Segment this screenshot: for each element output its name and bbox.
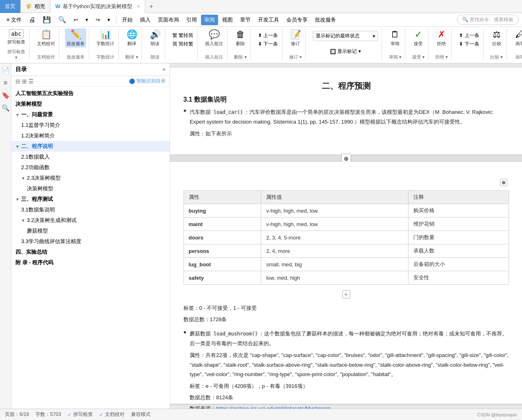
sidebar-item-2-1[interactable]: 2.1数据载入 (11, 152, 170, 162)
fan-to-jian-button[interactable]: 繁 繁转简 (171, 32, 195, 39)
attr-lugboot: lug_boot (183, 258, 261, 271)
sidebar-item-report[interactable]: 人工智能第五次实验报告 (11, 88, 170, 99)
menu-ref[interactable]: 引用 (183, 15, 200, 25)
jian-to-fan-button[interactable]: 简 简转繁 (171, 40, 195, 48)
doc-nav-icon[interactable]: 📄 (0, 65, 11, 76)
tab-home[interactable]: 首页 (0, 0, 21, 13)
wordcount-button[interactable]: 📊 字数统计 (95, 28, 116, 48)
menu-file[interactable]: ≡ 文件 (3, 15, 25, 25)
toc-item-label: 3.3学习曲线评估算法精度 (21, 238, 81, 245)
bookmark-nav-icon[interactable]: 🔖 (0, 90, 11, 101)
delete-button[interactable]: 🗑 删除 (233, 28, 248, 48)
mushroom-link[interactable]: https://archive.ics.uci.edu/ml/datasets/… (216, 405, 330, 409)
tab-wps[interactable]: 🌾 稻壳 (21, 0, 50, 13)
main-layout: 📄 ≡ 🔖 🔍 目录 × ⊟ ⊞ ☰ 🔵 智能识别目录 人工智 (0, 63, 522, 409)
sidebar-item-2-3[interactable]: ▼ 2.3决策树模型 (11, 173, 170, 183)
menu-redo[interactable]: ↪ (92, 15, 103, 24)
toc-item-label: 1.1监督学习简介 (21, 122, 60, 129)
chevron-down-icon: ▼ (15, 144, 20, 149)
ink-button[interactable]: 🖊 画笔 (513, 28, 522, 48)
sidebar-item-decision-tree[interactable]: 决策树模型 (11, 99, 170, 109)
doccheck-icon: 📋 (41, 29, 52, 40)
status-doccheck[interactable]: ✓ 文档校对 (99, 411, 124, 418)
translate-button[interactable]: 🌐 翻译 (124, 28, 139, 48)
wordcount-label: 字数：5703 (35, 411, 61, 418)
compare-icon: ⚖ (493, 29, 501, 40)
track-changes-button[interactable]: 📝 修订 (288, 28, 303, 48)
note-buying: 购买价格 (408, 204, 509, 218)
expand-all-button[interactable]: ⊞ (22, 78, 27, 85)
jianfan-icon: 简 (173, 41, 177, 48)
doccheck-status-label: 文档校对 (105, 411, 124, 418)
sidebar-controls: × (162, 66, 166, 73)
smart-toc-button[interactable]: 🔵 智能识别目录 (129, 78, 166, 85)
prev-comment-button[interactable]: ⬆ 上一条 (256, 32, 280, 39)
menu-insert[interactable]: 插入 (137, 15, 154, 25)
toc-item-label: 蘑菇模型 (27, 227, 48, 235)
menu-save[interactable]: 💾 (39, 14, 54, 25)
menu-redo-arrow[interactable]: ▾ (104, 15, 114, 24)
add-row-button[interactable]: + (342, 290, 350, 298)
menu-devtools[interactable]: 开发工具 (255, 15, 282, 25)
close-tab-icon[interactable]: × (137, 3, 140, 9)
sidebar-close-button[interactable]: × (162, 66, 166, 73)
menu-chapter[interactable]: 章节 (237, 15, 254, 25)
list-view-button[interactable]: ☰ (28, 78, 34, 85)
sidebar-item-3-2-1[interactable]: 蘑菇模型 (11, 226, 170, 236)
values-buying: v-high, high, med, low (261, 204, 408, 218)
next-change-button[interactable]: ⬇ 下一条 (457, 40, 481, 48)
sidebar-item-3-3[interactable]: 3.3学习曲线评估算法精度 (11, 236, 170, 247)
sidebar-title: 目录 (15, 66, 27, 73)
values-safety: low, med, high (261, 271, 408, 285)
sidebar-item-1-2[interactable]: 1.2决策树简介 (11, 131, 170, 141)
add-tab-button[interactable]: + (145, 3, 157, 10)
ribbon-group-ink: 🖊 画笔 画笔 (510, 28, 522, 60)
review-panel-button[interactable]: 🗒 审阅 (388, 28, 402, 48)
menu-view[interactable]: 视图 (219, 15, 236, 25)
menu-scan[interactable]: 🔍 (55, 14, 70, 25)
reject-button[interactable]: ✗ 拒绝 (434, 28, 449, 48)
sidebar-item-section3[interactable]: ▼ 三、程序测试 (11, 194, 170, 205)
table-handle-icon[interactable]: ⊕ (500, 179, 507, 186)
sidebar-item-3-2[interactable]: ▼ 3.2决策树生成和测试 (11, 215, 170, 226)
doccheck-status-icon: ✓ (99, 412, 103, 418)
compare-button[interactable]: ⚖ 比较 (489, 28, 504, 48)
batchreview-button[interactable]: ✏️ 批改服务 (65, 28, 86, 48)
sidebar-item-1-1[interactable]: 1.1监督学习简介 (11, 120, 170, 131)
sidebar-item-section4[interactable]: 四、实验总结 (11, 247, 170, 257)
sidebar-item-section2[interactable]: ▼ 二、程序说明 (11, 141, 170, 152)
display-status-dropdown[interactable]: 显示标记的最终状态 ▾ (313, 31, 378, 41)
prev-change-button[interactable]: ⬆ 上一条 (457, 32, 481, 39)
read-button[interactable]: 🔊 朗读 (148, 28, 162, 48)
menu-member[interactable]: 会员专享 (283, 15, 311, 25)
collapse-all-button[interactable]: ⊟ (15, 78, 20, 85)
menu-start[interactable]: 开始 (119, 15, 136, 25)
spellcheck-button[interactable]: abc 拼写检查 (6, 28, 27, 46)
sidebar-item-appendix[interactable]: 附 录 - 程序代码 (11, 257, 170, 268)
menu-layout[interactable]: 页面布局 (155, 15, 182, 25)
page-nav-icon[interactable]: ≡ (2, 78, 9, 88)
sidebar-item-3-1[interactable]: 3.1数据集说明 (11, 205, 170, 215)
accept-button[interactable]: ✓ 接受 (411, 28, 426, 48)
menu-print[interactable]: 🖨 (26, 15, 39, 25)
bullet-icon: ● (183, 107, 187, 140)
table-header-attr: 属性 (183, 191, 261, 204)
sidebar-item-2-2[interactable]: 2.2功能函数 (11, 162, 170, 173)
search-nav-icon[interactable]: 🔍 (0, 102, 11, 113)
status-spellcheck[interactable]: ✓ 拼写检查 (68, 411, 93, 418)
menu-batch[interactable]: 批改服务 (312, 15, 339, 25)
search-bar[interactable]: 🔍 查找命令、搜索模板 (457, 15, 519, 25)
menu-undo-arrow[interactable]: ▾ (82, 15, 92, 24)
insert-comment-button[interactable]: 💬 插入批注 (203, 28, 225, 48)
status-wordcount: 字数：5703 (35, 411, 61, 418)
menu-undo[interactable]: ↩ (70, 15, 81, 24)
next-comment-button[interactable]: ⬇ 下一条 (256, 40, 280, 48)
sidebar-item-section1[interactable]: ▼ 一、问题背景 (11, 109, 170, 120)
menu-review[interactable]: 审阅 (201, 15, 218, 25)
tab-doc[interactable]: W 基于Python实现的决策树模型 × (50, 0, 145, 13)
show-markup-button[interactable]: 🔲 显示标记 ▾ (328, 48, 362, 55)
sidebar-item-2-3-1[interactable]: 决策树模型 (11, 183, 170, 194)
accept-icon: ✓ (415, 29, 422, 40)
doccheck-button[interactable]: 📋 文档校对 (35, 28, 57, 48)
compat-label: 兼容模式 (131, 411, 151, 418)
